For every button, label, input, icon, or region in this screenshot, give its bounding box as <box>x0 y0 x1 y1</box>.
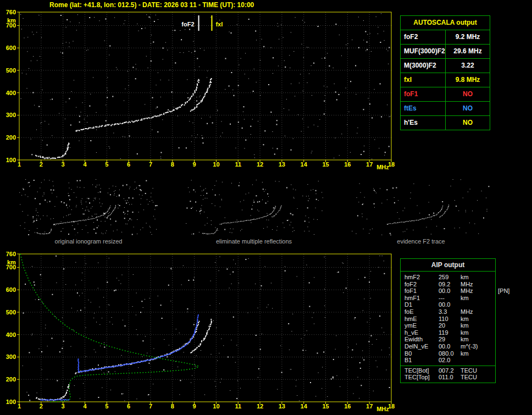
param-value: 9.2 MHz <box>446 30 490 44</box>
svg-text:6: 6 <box>127 403 130 410</box>
svg-text:500: 500 <box>6 309 16 316</box>
thumbnail-original-ionogram <box>19 179 158 235</box>
param-label: foF1 <box>401 87 446 101</box>
svg-text:15: 15 <box>322 161 329 168</box>
svg-text:11: 11 <box>235 403 241 410</box>
svg-text:12: 12 <box>257 161 263 168</box>
svg-text:14: 14 <box>301 161 308 168</box>
mini-e-trace <box>37 229 52 234</box>
axis-labels: 100200300400500600700760km12345678910111… <box>6 9 395 170</box>
param-value: 007.2 <box>439 367 461 374</box>
param-label: foF1 <box>401 287 439 295</box>
param-value: --- <box>439 295 461 302</box>
aip-row-deln-ve: DelN_vE00.0m^(-3) <box>401 343 495 350</box>
svg-text:MHz: MHz <box>376 164 389 170</box>
svg-text:13: 13 <box>279 161 285 168</box>
param-unit <box>461 357 495 364</box>
svg-text:4: 4 <box>83 161 87 168</box>
svg-text:200: 200 <box>6 134 16 141</box>
autoscala-row-fof2: foF29.2 MHz <box>401 30 490 45</box>
param-value: 110 <box>439 316 461 323</box>
svg-text:4: 4 <box>83 403 87 410</box>
svg-text:14: 14 <box>301 403 308 410</box>
aip-row-h-ve: h_vE119km <box>401 329 495 336</box>
thumbnail-eliminate-reflections <box>185 179 323 235</box>
svg-text:MHz: MHz <box>376 406 389 412</box>
aip-table-rows: hmF2259kmfoF209.2MHzfoF100.0MHz[PN]hmF1-… <box>401 272 495 366</box>
param-note: [PN] <box>498 287 509 295</box>
param-label: M(3000)F2 <box>401 59 446 73</box>
svg-text:100: 100 <box>6 157 16 163</box>
grid-lines <box>19 254 391 402</box>
svg-text:600: 600 <box>6 45 16 51</box>
svg-text:100: 100 <box>6 399 16 405</box>
svg-text:300: 300 <box>6 112 16 118</box>
param-unit: km <box>461 329 495 336</box>
param-label: B1 <box>401 357 439 364</box>
param-value: 011.0 <box>439 374 461 381</box>
svg-text:11: 11 <box>235 161 241 168</box>
svg-text:600: 600 <box>6 286 16 293</box>
aip-row-fof1: foF100.0MHz[PN] <box>401 287 495 295</box>
svg-text:200: 200 <box>6 376 16 383</box>
svg-text:10: 10 <box>213 403 219 410</box>
param-label: hmF1 <box>401 295 439 302</box>
param-label: ymE <box>401 322 439 329</box>
aip-row-hme: hmE110km <box>401 316 495 323</box>
svg-text:760: 760 <box>6 9 16 15</box>
thumbnail-caption-original: original ionogram resized <box>19 238 158 245</box>
aip-row-yme: ymE20km <box>401 322 495 329</box>
svg-text:500: 500 <box>6 67 16 74</box>
param-value: 00.0 <box>439 287 461 295</box>
mini-e-trace <box>202 228 218 234</box>
param-unit: km <box>461 295 495 302</box>
svg-text:9: 9 <box>193 403 196 410</box>
param-value: NO <box>446 87 490 101</box>
thumbnail-evidence-f2-trace <box>352 179 490 235</box>
autoscala-fitted-trace <box>77 314 198 373</box>
param-label: ftEs <box>401 102 446 115</box>
autoscala-table-rows: foF29.2 MHzMUF(3000)F229.6 MHzM(3000)F23… <box>401 30 490 130</box>
aip-tec-rows: TEC[Bot]007.2TECUTEC[Top]011.0TECU <box>401 366 495 383</box>
svg-text:16: 16 <box>344 161 351 168</box>
param-value: 9.8 MHz <box>446 73 490 87</box>
param-unit: MHz <box>461 281 495 288</box>
param-unit: m^(-3) <box>461 343 495 350</box>
aip-row-ewidth: Ewidth29km <box>401 336 495 343</box>
svg-text:km: km <box>7 259 16 265</box>
param-value: 080.0 <box>439 350 461 357</box>
svg-text:7: 7 <box>149 161 152 168</box>
param-label: hmF2 <box>401 274 439 281</box>
svg-text:1: 1 <box>18 161 21 168</box>
autoscala-row-m-3000-f2: M(3000)F23.22 <box>401 59 490 73</box>
svg-text:km: km <box>7 17 16 24</box>
svg-text:1: 1 <box>18 403 21 410</box>
svg-text:3: 3 <box>62 403 65 410</box>
param-label: fxI <box>401 73 446 87</box>
param-value: 29.6 MHz <box>446 45 490 58</box>
mini-f-trace-x <box>439 206 449 217</box>
param-value: 3.3 <box>439 308 461 316</box>
svg-text:6: 6 <box>127 161 130 168</box>
aip-row-tec-top-: TEC[Top]011.0TECU <box>401 374 495 381</box>
svg-text:300: 300 <box>6 353 16 360</box>
param-value: 29 <box>439 336 461 343</box>
svg-text:7: 7 <box>149 403 152 410</box>
axis-labels: 100200300400500600700760km12345678910111… <box>6 251 395 412</box>
aip-row-tec-bot-: TEC[Bot]007.2TECU <box>401 367 495 374</box>
mini-f-trace-x <box>107 205 116 218</box>
bottom-profile-chart: 100200300400500600700760km12345678910111… <box>0 250 398 415</box>
param-label: TEC[Top] <box>401 374 439 381</box>
svg-text:15: 15 <box>322 403 329 410</box>
autoscala-window: Rome (lat: +41.8, lon: 012.5) - DATE: 20… <box>0 0 532 415</box>
top-ionogram-chart: 100200300400500600700760km12345678910111… <box>0 0 398 175</box>
param-label: MUF(3000)F2 <box>401 45 446 58</box>
svg-text:5: 5 <box>105 403 108 410</box>
svg-text:9: 9 <box>193 161 196 168</box>
param-label: foE <box>401 308 439 316</box>
param-label: D1 <box>401 301 439 308</box>
aip-row-hmf1: hmF1---km <box>401 295 495 302</box>
autoscala-row-ftes: ftEsNO <box>401 102 490 116</box>
noise-dots <box>20 13 390 159</box>
svg-text:16: 16 <box>344 403 351 410</box>
